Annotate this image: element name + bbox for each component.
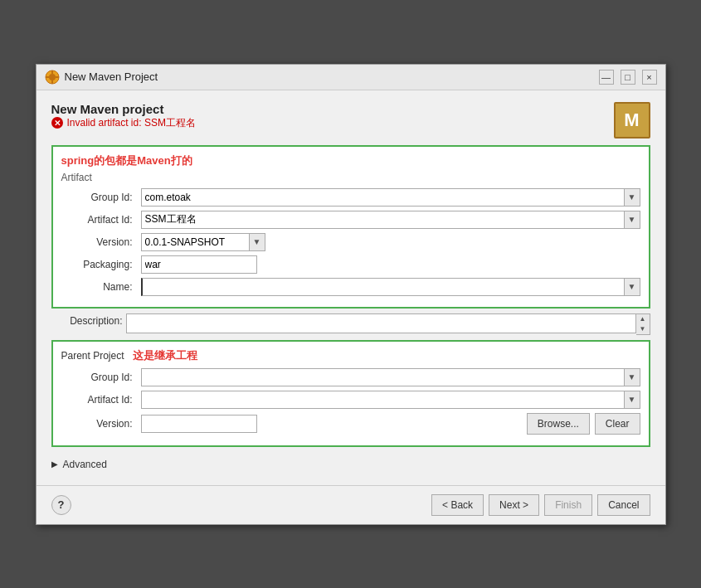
group-id-row: Group Id: ▼ [61, 188, 640, 207]
parent-section: Parent Project 这是继承工程 Group Id: ▼ Artifa… [51, 340, 650, 447]
back-button[interactable]: < Back [431, 494, 484, 516]
version-dropdown-btn[interactable]: ▼ [249, 233, 265, 251]
name-combo: ▼ [141, 278, 640, 296]
error-line: ✕ Invalid artifact id: SSM工程名 [51, 116, 196, 130]
group-id-input[interactable] [141, 188, 624, 207]
main-window: New Maven Project — □ × New Maven projec… [36, 64, 666, 525]
parent-version-label: Version: [61, 418, 136, 430]
version-row: Version: ▼ [61, 233, 640, 251]
svg-rect-4 [46, 76, 49, 78]
minimize-button[interactable]: — [599, 70, 614, 85]
title-bar-left: New Maven Project [45, 70, 158, 85]
artifact-id-input[interactable] [141, 211, 624, 229]
error-message: Invalid artifact id: SSM工程名 [67, 116, 196, 130]
footer-buttons: < Back Next > Finish Cancel [431, 494, 650, 516]
parent-artifact-id-input[interactable] [141, 391, 624, 409]
artifact-id-combo: ▼ [141, 211, 640, 229]
page-header: New Maven project ✕ Invalid artifact id:… [51, 102, 650, 138]
packaging-combo: war jar pom ▼ [141, 255, 274, 274]
advanced-label: Advanced [63, 459, 107, 470]
clear-button[interactable]: Clear [595, 413, 640, 435]
group-id-combo: ▼ [141, 188, 640, 207]
browse-button[interactable]: Browse... [527, 413, 590, 435]
version-input[interactable] [141, 233, 249, 251]
scroll-up-btn[interactable]: ▲ [636, 314, 650, 324]
svg-rect-3 [51, 80, 53, 84]
parent-section-header: Parent Project 这是继承工程 [61, 348, 640, 363]
next-button[interactable]: Next > [489, 494, 539, 516]
finish-button[interactable]: Finish [544, 494, 592, 516]
parent-artifact-id-combo: ▼ [141, 391, 640, 409]
parent-group-id-row: Group Id: ▼ [61, 368, 640, 386]
packaging-label: Packaging: [61, 259, 136, 270]
group-id-dropdown-btn[interactable]: ▼ [624, 188, 640, 207]
svg-point-1 [49, 74, 56, 80]
title-bar: New Maven Project — □ × [37, 65, 665, 90]
name-label: Name: [61, 281, 136, 293]
packaging-select[interactable]: war jar pom [141, 255, 257, 274]
description-row: Description: ▲ ▼ [51, 313, 650, 335]
advanced-arrow-icon: ▶ [51, 459, 58, 469]
window-title: New Maven Project [65, 70, 158, 83]
description-label: Description: [51, 313, 126, 327]
parent-group-id-input[interactable] [141, 368, 624, 386]
page-header-left: New Maven project ✕ Invalid artifact id:… [51, 102, 196, 138]
dialog-footer: ? < Back Next > Finish Cancel [37, 485, 665, 524]
artifact-id-dropdown-btn[interactable]: ▼ [624, 211, 640, 229]
parent-group-id-combo: ▼ [141, 368, 640, 386]
group-id-label: Group Id: [61, 192, 136, 203]
restore-button[interactable]: □ [621, 70, 635, 85]
cancel-button[interactable]: Cancel [597, 494, 650, 516]
name-input[interactable] [141, 278, 624, 296]
parent-artifact-id-dropdown-btn[interactable]: ▼ [624, 391, 640, 409]
description-input[interactable] [126, 313, 636, 333]
dialog-content: New Maven project ✕ Invalid artifact id:… [37, 90, 665, 485]
parent-version-combo [141, 415, 274, 433]
artifact-section: spring的包都是Maven打的 Artifact Group Id: ▼ A… [51, 145, 650, 309]
error-icon: ✕ [51, 117, 63, 129]
maven-logo: M [614, 102, 650, 138]
version-label: Version: [61, 236, 136, 248]
advanced-row[interactable]: ▶ Advanced [51, 452, 650, 474]
help-button[interactable]: ? [51, 495, 71, 515]
parent-group-id-label: Group Id: [61, 372, 136, 383]
name-row: Name: ▼ [61, 278, 640, 296]
artifact-label: Artifact [61, 172, 640, 183]
parent-artifact-id-row: Artifact Id: ▼ [61, 391, 640, 409]
svg-rect-2 [51, 70, 53, 74]
parent-artifact-id-label: Artifact Id: [61, 394, 136, 406]
artifact-annotation: spring的包都是Maven打的 [61, 153, 640, 168]
artifact-id-row: Artifact Id: ▼ [61, 211, 640, 229]
scroll-down-btn[interactable]: ▼ [636, 324, 650, 334]
page-title: New Maven project [51, 102, 196, 116]
description-scrollbar: ▲ ▼ [636, 313, 650, 335]
artifact-id-label: Artifact Id: [61, 214, 136, 226]
parent-version-select[interactable] [141, 415, 257, 433]
window-icon [45, 70, 60, 85]
title-bar-controls: — □ × [599, 70, 657, 85]
name-dropdown-btn[interactable]: ▼ [624, 278, 640, 296]
packaging-row: Packaging: war jar pom ▼ [61, 255, 640, 274]
parent-group-id-dropdown-btn[interactable]: ▼ [624, 368, 640, 386]
svg-rect-5 [56, 76, 59, 78]
parent-version-row: Version: Browse... Clear [61, 413, 640, 435]
close-button[interactable]: × [642, 70, 657, 85]
version-combo: ▼ [141, 233, 274, 251]
parent-annotation: 这是继承工程 [133, 348, 197, 363]
parent-section-title: Parent Project [61, 350, 124, 362]
